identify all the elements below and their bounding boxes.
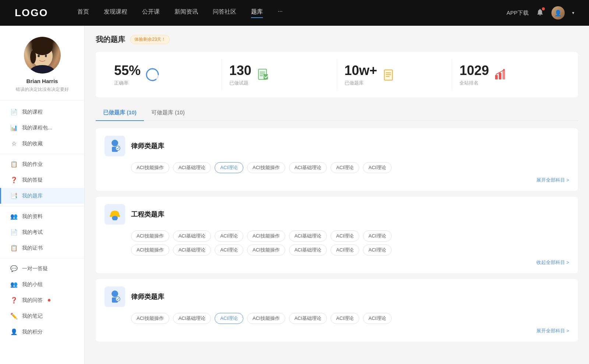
- bank-tag[interactable]: ACI技能操作: [131, 245, 169, 256]
- exams-icon: 📄: [10, 229, 18, 236]
- rank-icon: [493, 67, 508, 82]
- sidebar-item-certificate[interactable]: 📋 我的证书: [0, 240, 84, 256]
- stat-questions: 130 已做试题: [222, 59, 337, 90]
- sidebar-item-favorites[interactable]: ☆ 我的收藏: [0, 136, 84, 151]
- avatar: [24, 37, 61, 74]
- lawyer-bank-expand-1[interactable]: 展开全部科目 >: [105, 177, 569, 183]
- engineer-bank-icon: [105, 204, 125, 225]
- group-label: 我的小组: [22, 281, 43, 288]
- bank-tag[interactable]: ACI基础理论: [289, 231, 327, 242]
- logo: LOGO: [15, 7, 48, 19]
- bank-tag[interactable]: ACI理论: [363, 231, 392, 242]
- bank-tag[interactable]: ACI理论: [363, 245, 392, 256]
- bank-tag[interactable]: ACI理论: [331, 162, 359, 173]
- bank-card-lawyer-2-header: 律师类题库: [105, 286, 569, 307]
- bank-tag-active[interactable]: ACI理论: [215, 162, 243, 173]
- sidebar-item-points[interactable]: 👤 我的积分: [0, 324, 84, 340]
- bank-tag[interactable]: ACI技能操作: [247, 313, 285, 324]
- bank-tag[interactable]: ACI理论: [363, 313, 392, 324]
- bank-tag[interactable]: ACI基础理论: [289, 313, 327, 324]
- page-layout: Brian Harris 错误的决定比没有决定要好 📄 我的课程 📊 我的课程包…: [0, 0, 589, 364]
- bank-tag[interactable]: ACI理论: [331, 231, 359, 242]
- bank-tag[interactable]: ACI技能操作: [131, 231, 169, 242]
- nav-quiz[interactable]: 题库: [251, 8, 263, 18]
- accuracy-icon: [145, 67, 160, 82]
- bank-tag-active[interactable]: ACI理论: [215, 313, 243, 324]
- svg-rect-13: [384, 70, 392, 80]
- 1on1-icon: 💬: [10, 265, 18, 272]
- favorites-icon: ☆: [10, 140, 18, 147]
- certificate-label: 我的证书: [22, 245, 43, 251]
- bank-tag[interactable]: ACI技能操作: [247, 162, 285, 173]
- courses-icon: 📄: [10, 108, 18, 115]
- page-header: 我的题库 体验剩余23天！: [96, 35, 578, 44]
- sidebar-item-course-package[interactable]: 📊 我的课程包...: [0, 120, 84, 136]
- bank-tag[interactable]: ACI理论: [215, 231, 243, 242]
- stat-questions-value: 130 已做试题: [229, 63, 251, 86]
- bank-tag[interactable]: ACI理论: [215, 245, 243, 256]
- app-download[interactable]: APP下载: [507, 10, 529, 17]
- sidebar-item-notes[interactable]: ✏️ 我的笔记: [0, 308, 84, 324]
- certificate-icon: 📋: [10, 245, 18, 251]
- sidebar-item-quiz-bank[interactable]: 📑 我的题库: [0, 188, 84, 204]
- homework-label: 我的作业: [22, 161, 43, 168]
- bank-card-lawyer-1-header: 律师类题库: [105, 136, 569, 156]
- bank-tag[interactable]: ACI技能操作: [131, 313, 169, 324]
- group-icon: 👥: [10, 281, 18, 288]
- user-avatar[interactable]: 👤: [551, 6, 565, 19]
- bank-tag[interactable]: ACI技能操作: [247, 245, 285, 256]
- svg-rect-12: [264, 74, 268, 79]
- bank-tag[interactable]: ACI技能操作: [131, 162, 169, 173]
- notes-icon: ✏️: [10, 313, 18, 320]
- lawyer-bank-icon-1: [105, 136, 125, 156]
- bank-tag[interactable]: ACI技能操作: [247, 231, 285, 242]
- svg-rect-17: [495, 75, 498, 79]
- lawyer-bank-name-2: 律师类题库: [131, 292, 164, 301]
- svg-rect-26: [113, 217, 117, 220]
- sidebar-item-group[interactable]: 👥 我的小组: [0, 276, 84, 292]
- notification-bell[interactable]: [536, 8, 544, 18]
- sidebar-menu: 📄 我的课程 📊 我的课程包... ☆ 我的收藏 📋 我的作业 ❓ 我的答疑 �: [0, 100, 84, 343]
- nav-qa[interactable]: 问答社区: [213, 8, 236, 18]
- bank-tag[interactable]: ACI基础理论: [173, 313, 211, 324]
- tab-available[interactable]: 可做题库 (10): [144, 105, 192, 121]
- nav-news[interactable]: 新闻资讯: [174, 8, 198, 18]
- bank-tag[interactable]: ACI理论: [363, 162, 392, 173]
- bank-tag[interactable]: ACI理论: [331, 245, 359, 256]
- sidebar-item-exams[interactable]: 📄 我的考试: [0, 224, 84, 240]
- quiz-bank-label: 我的题库: [22, 193, 43, 199]
- nav-opencourse[interactable]: 公开课: [142, 8, 160, 18]
- nav-discover[interactable]: 发现课程: [104, 8, 127, 18]
- 1on1-label: 一对一答疑: [22, 265, 48, 272]
- myqa-dot: [48, 299, 50, 301]
- bank-tag[interactable]: ACI理论: [331, 313, 359, 324]
- sidebar-item-1on1[interactable]: 💬 一对一答疑: [0, 261, 84, 276]
- sidebar-item-profile[interactable]: 👥 我的资料: [0, 208, 84, 224]
- nav-links: 首页 发现课程 公开课 新闻资讯 问答社区 题库 ···: [77, 8, 507, 18]
- lawyer-bank-tags-1: ACI技能操作 ACI基础理论 ACI理论 ACI技能操作 ACI基础理论 AC…: [105, 162, 569, 173]
- page-title: 我的题库: [96, 35, 125, 44]
- tab-done[interactable]: 已做题库 (10): [96, 105, 144, 121]
- nav-home[interactable]: 首页: [77, 8, 89, 18]
- sidebar-item-homework[interactable]: 📋 我的作业: [0, 156, 84, 172]
- sidebar-item-myqa[interactable]: ❓ 我的问答: [0, 292, 84, 308]
- nav-more[interactable]: ···: [278, 8, 282, 18]
- sidebar-item-qa[interactable]: ❓ 我的答疑: [0, 172, 84, 188]
- svg-point-3: [30, 65, 55, 74]
- lawyer-bank-expand-2[interactable]: 展开全部科目 >: [105, 328, 569, 334]
- stat-rank-value: 1029 全站排名: [459, 63, 489, 86]
- bank-tag[interactable]: ACI基础理论: [173, 231, 211, 242]
- bank-tag[interactable]: ACI基础理论: [289, 245, 327, 256]
- notes-label: 我的笔记: [22, 313, 43, 320]
- svg-rect-19: [502, 71, 505, 79]
- bank-tag[interactable]: ACI基础理论: [289, 162, 327, 173]
- engineer-bank-name: 工程类题库: [131, 210, 164, 219]
- svg-point-4: [38, 55, 40, 57]
- points-icon: 👤: [10, 328, 18, 335]
- sidebar-item-courses[interactable]: 📄 我的课程: [0, 104, 84, 120]
- user-menu-chevron[interactable]: ▾: [572, 10, 574, 15]
- svg-point-27: [112, 290, 118, 297]
- bank-tag[interactable]: ACI基础理论: [173, 162, 211, 173]
- engineer-bank-expand[interactable]: 收起全部科目 >: [105, 259, 569, 266]
- bank-tag[interactable]: ACI基础理论: [173, 245, 211, 256]
